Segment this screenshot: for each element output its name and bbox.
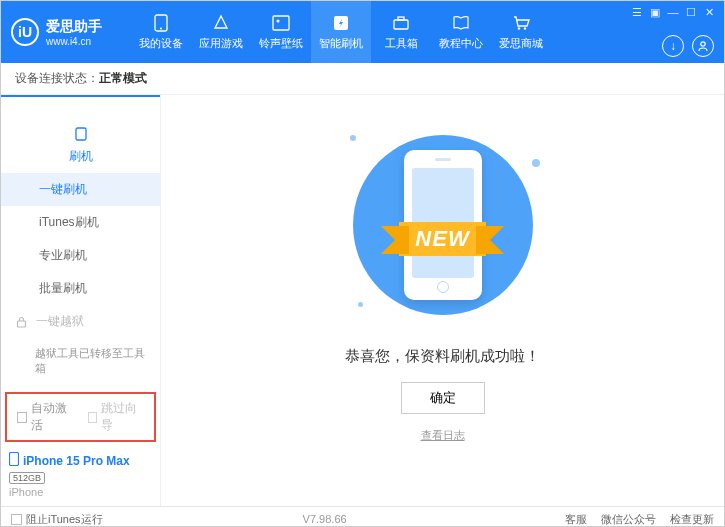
device-icon (9, 452, 19, 469)
svg-rect-15 (10, 453, 19, 466)
sidebar-group-more[interactable]: 更多 (1, 385, 160, 388)
nav-label: 教程中心 (439, 36, 483, 51)
user-icon[interactable] (692, 35, 714, 57)
auto-activate-option[interactable]: 自动激活 (17, 400, 74, 434)
sidebar-item-itunes[interactable]: iTunes刷机 (1, 206, 160, 239)
svg-rect-2 (273, 16, 289, 30)
group-label: 一键越狱 (36, 313, 84, 330)
header-round-buttons: ↓ (662, 35, 714, 57)
minimize-icon[interactable]: — (666, 5, 680, 19)
nav-label: 智能刷机 (319, 36, 363, 51)
footer-link-update[interactable]: 检查更新 (670, 512, 714, 527)
sidebar-item-pro[interactable]: 专业刷机 (1, 239, 160, 272)
device-type: iPhone (9, 486, 152, 498)
sidebar-item-oneclick[interactable]: 一键刷机 (1, 173, 160, 206)
window-controls: ☰ ▣ — ☐ ✕ (630, 5, 716, 19)
maximize-icon[interactable]: ☐ (684, 5, 698, 19)
checkbox-icon (11, 514, 22, 525)
new-ribbon: NEW (399, 222, 485, 256)
app-icon (211, 14, 231, 32)
sidebar-item-batch[interactable]: 批量刷机 (1, 272, 160, 305)
svg-rect-11 (18, 321, 26, 327)
phone-icon (151, 14, 171, 32)
sidebar-group-jailbreak: 一键越狱 (1, 305, 160, 338)
device-name: iPhone 15 Pro Max (23, 454, 130, 468)
nav-label: 我的设备 (139, 36, 183, 51)
sidebar-jailbreak-note: 越狱工具已转移至工具箱 (1, 338, 160, 385)
view-log-link[interactable]: 查看日志 (421, 428, 465, 443)
device-storage: 512GB (9, 472, 45, 484)
skip-guide-option[interactable]: 跳过向导 (88, 400, 145, 434)
nav-label: 工具箱 (385, 36, 418, 51)
download-icon[interactable]: ↓ (662, 35, 684, 57)
book-icon (451, 14, 471, 32)
svg-rect-10 (76, 128, 86, 140)
menu-icon[interactable]: ☰ (630, 5, 644, 19)
sidebar-group-flash[interactable]: 刷机 (1, 95, 160, 173)
device-info: iPhone 15 Pro Max 512GB iPhone (1, 446, 160, 506)
nav-ringtones[interactable]: 铃声壁纸 (251, 1, 311, 63)
nav-apps[interactable]: 应用游戏 (191, 1, 251, 63)
status-label: 设备连接状态： (15, 71, 99, 85)
svg-point-7 (518, 27, 520, 29)
svg-rect-6 (398, 17, 404, 20)
success-message: 恭喜您，保资料刷机成功啦！ (345, 347, 540, 366)
status-bar: 设备连接状态：正常模式 (1, 63, 724, 95)
footer-link-wechat[interactable]: 微信公众号 (601, 512, 656, 527)
logo-icon: iU (11, 18, 39, 46)
lock-icon (15, 315, 28, 328)
close-icon[interactable]: ✕ (702, 5, 716, 19)
footer: 阻止iTunes运行 V7.98.66 客服 微信公众号 检查更新 (1, 506, 724, 527)
opt-label: 阻止iTunes运行 (26, 512, 103, 527)
status-value: 正常模式 (99, 71, 147, 85)
sidebar: 刷机 一键刷机 iTunes刷机 专业刷机 批量刷机 一键越狱 越狱工具已转移至… (1, 95, 161, 506)
svg-point-3 (277, 19, 280, 22)
nav-tutorials[interactable]: 教程中心 (431, 1, 491, 63)
flash-group-icon (74, 127, 87, 140)
checkbox-icon (17, 412, 27, 423)
options-row: 自动激活 跳过向导 (5, 392, 156, 442)
checkbox-icon (88, 412, 98, 423)
footer-link-support[interactable]: 客服 (565, 512, 587, 527)
cart-icon (511, 14, 531, 32)
opt-label: 跳过向导 (101, 400, 144, 434)
image-icon (271, 14, 291, 32)
success-illustration: NEW (328, 125, 558, 325)
nav-toolbox[interactable]: 工具箱 (371, 1, 431, 63)
toolbox-icon (391, 14, 411, 32)
logo-area: iU 爱思助手 www.i4.cn (1, 1, 131, 63)
skin-icon[interactable]: ▣ (648, 5, 662, 19)
svg-point-9 (701, 42, 705, 46)
nav-store[interactable]: 爱思商城 (491, 1, 551, 63)
svg-point-1 (160, 27, 162, 29)
app-title: 爱思助手 (46, 18, 102, 36)
nav-my-device[interactable]: 我的设备 (131, 1, 191, 63)
nav-label: 应用游戏 (199, 36, 243, 51)
version-label: V7.98.66 (303, 513, 347, 525)
block-itunes-option[interactable]: 阻止iTunes运行 (11, 512, 103, 527)
header: iU 爱思助手 www.i4.cn 我的设备 应用游戏 铃声壁纸 智能刷机 工具… (1, 1, 724, 63)
app-url: www.i4.cn (46, 36, 102, 47)
svg-point-8 (524, 27, 526, 29)
nav-label: 爱思商城 (499, 36, 543, 51)
flash-icon (331, 14, 351, 32)
group-label: 刷机 (69, 148, 93, 165)
nav-flash[interactable]: 智能刷机 (311, 1, 371, 63)
nav-label: 铃声壁纸 (259, 36, 303, 51)
opt-label: 自动激活 (31, 400, 74, 434)
ok-button[interactable]: 确定 (401, 382, 485, 414)
main-content: NEW 恭喜您，保资料刷机成功啦！ 确定 查看日志 (161, 95, 724, 506)
svg-rect-5 (394, 20, 408, 29)
